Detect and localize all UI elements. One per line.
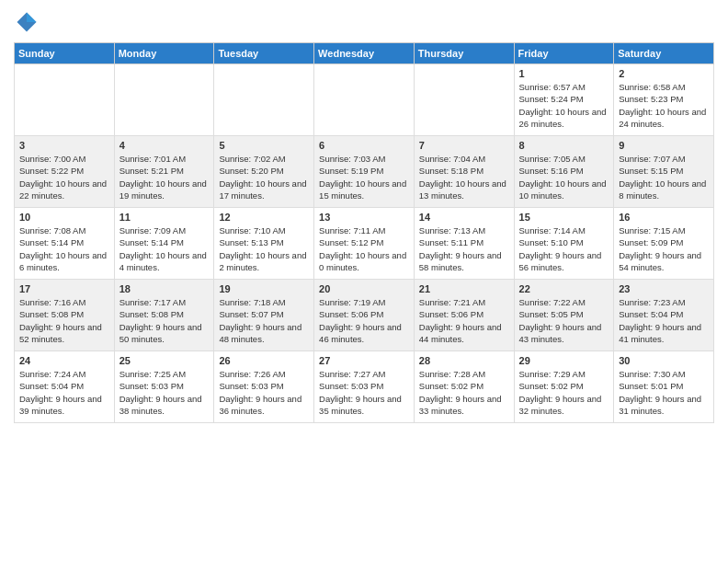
calendar-cell: 24Sunrise: 7:24 AM Sunset: 5:04 PM Dayli… — [15, 351, 115, 423]
calendar-week-3: 10Sunrise: 7:08 AM Sunset: 5:14 PM Dayli… — [15, 208, 714, 280]
calendar-week-5: 24Sunrise: 7:24 AM Sunset: 5:04 PM Dayli… — [15, 351, 714, 423]
calendar-cell: 28Sunrise: 7:28 AM Sunset: 5:02 PM Dayli… — [414, 351, 514, 423]
calendar-cell — [414, 64, 514, 136]
calendar-cell: 21Sunrise: 7:21 AM Sunset: 5:06 PM Dayli… — [414, 280, 514, 351]
svg-marker-1 — [27, 13, 37, 23]
calendar-cell: 11Sunrise: 7:09 AM Sunset: 5:14 PM Dayli… — [114, 208, 214, 280]
day-info: Sunrise: 7:18 AM Sunset: 5:07 PM Dayligh… — [219, 296, 309, 345]
weekday-header-saturday: Saturday — [614, 43, 714, 64]
day-number: 25 — [119, 355, 210, 366]
day-number: 24 — [19, 355, 109, 366]
day-number: 22 — [519, 283, 609, 294]
calendar-cell: 26Sunrise: 7:26 AM Sunset: 5:03 PM Dayli… — [214, 351, 314, 423]
weekday-header-tuesday: Tuesday — [214, 43, 314, 64]
day-info: Sunrise: 7:21 AM Sunset: 5:06 PM Dayligh… — [419, 296, 509, 345]
calendar-table: SundayMondayTuesdayWednesdayThursdayFrid… — [14, 42, 714, 423]
day-number: 12 — [219, 212, 309, 223]
day-number: 17 — [19, 283, 109, 294]
day-info: Sunrise: 7:27 AM Sunset: 5:03 PM Dayligh… — [319, 368, 409, 417]
day-info: Sunrise: 7:10 AM Sunset: 5:13 PM Dayligh… — [219, 224, 309, 273]
day-number: 7 — [419, 140, 509, 151]
calendar-cell: 25Sunrise: 7:25 AM Sunset: 5:03 PM Dayli… — [114, 351, 214, 423]
calendar-cell — [114, 64, 214, 136]
day-info: Sunrise: 7:25 AM Sunset: 5:03 PM Dayligh… — [119, 368, 210, 417]
day-info: Sunrise: 7:26 AM Sunset: 5:03 PM Dayligh… — [219, 368, 309, 417]
calendar-week-2: 3Sunrise: 7:00 AM Sunset: 5:22 PM Daylig… — [15, 136, 714, 208]
weekday-header-thursday: Thursday — [414, 43, 514, 64]
day-number: 13 — [319, 212, 409, 223]
calendar-cell: 2Sunrise: 6:58 AM Sunset: 5:23 PM Daylig… — [614, 64, 714, 136]
day-info: Sunrise: 7:29 AM Sunset: 5:02 PM Dayligh… — [519, 368, 609, 417]
day-info: Sunrise: 7:17 AM Sunset: 5:08 PM Dayligh… — [119, 296, 210, 345]
calendar-cell: 8Sunrise: 7:05 AM Sunset: 5:16 PM Daylig… — [514, 136, 614, 208]
day-number: 9 — [619, 140, 709, 151]
header — [14, 9, 714, 35]
day-number: 4 — [119, 140, 210, 151]
calendar-cell: 18Sunrise: 7:17 AM Sunset: 5:08 PM Dayli… — [114, 280, 214, 351]
day-info: Sunrise: 6:57 AM Sunset: 5:24 PM Dayligh… — [519, 81, 609, 130]
calendar-cell: 15Sunrise: 7:14 AM Sunset: 5:10 PM Dayli… — [514, 208, 614, 280]
day-number: 28 — [419, 355, 509, 366]
day-info: Sunrise: 7:04 AM Sunset: 5:18 PM Dayligh… — [419, 153, 509, 201]
day-info: Sunrise: 7:14 AM Sunset: 5:10 PM Dayligh… — [519, 224, 609, 273]
day-number: 11 — [119, 212, 210, 223]
day-number: 16 — [619, 212, 709, 223]
day-number: 5 — [219, 140, 309, 151]
day-info: Sunrise: 7:22 AM Sunset: 5:05 PM Dayligh… — [519, 296, 609, 345]
day-number: 1 — [519, 68, 609, 79]
calendar-cell — [214, 64, 314, 136]
day-number: 26 — [219, 355, 309, 366]
calendar-cell: 30Sunrise: 7:30 AM Sunset: 5:01 PM Dayli… — [614, 351, 714, 423]
day-info: Sunrise: 7:05 AM Sunset: 5:16 PM Dayligh… — [519, 153, 609, 201]
day-info: Sunrise: 7:16 AM Sunset: 5:08 PM Dayligh… — [19, 296, 109, 345]
day-info: Sunrise: 7:09 AM Sunset: 5:14 PM Dayligh… — [119, 224, 210, 273]
calendar-cell: 19Sunrise: 7:18 AM Sunset: 5:07 PM Dayli… — [214, 280, 314, 351]
logo — [14, 9, 43, 35]
calendar-cell: 4Sunrise: 7:01 AM Sunset: 5:21 PM Daylig… — [114, 136, 214, 208]
day-number: 2 — [619, 68, 709, 79]
calendar-cell: 7Sunrise: 7:04 AM Sunset: 5:18 PM Daylig… — [414, 136, 514, 208]
day-info: Sunrise: 7:23 AM Sunset: 5:04 PM Dayligh… — [619, 296, 709, 345]
day-number: 19 — [219, 283, 309, 294]
day-info: Sunrise: 7:03 AM Sunset: 5:19 PM Dayligh… — [319, 153, 409, 201]
calendar-cell: 1Sunrise: 6:57 AM Sunset: 5:24 PM Daylig… — [514, 64, 614, 136]
day-info: Sunrise: 7:01 AM Sunset: 5:21 PM Dayligh… — [119, 153, 210, 201]
day-info: Sunrise: 6:58 AM Sunset: 5:23 PM Dayligh… — [619, 81, 709, 130]
calendar-cell: 12Sunrise: 7:10 AM Sunset: 5:13 PM Dayli… — [214, 208, 314, 280]
page: SundayMondayTuesdayWednesdayThursdayFrid… — [0, 0, 728, 563]
day-info: Sunrise: 7:30 AM Sunset: 5:01 PM Dayligh… — [619, 368, 709, 417]
day-number: 30 — [619, 355, 709, 366]
calendar-cell — [15, 64, 115, 136]
day-info: Sunrise: 7:19 AM Sunset: 5:06 PM Dayligh… — [319, 296, 409, 345]
calendar-cell: 16Sunrise: 7:15 AM Sunset: 5:09 PM Dayli… — [614, 208, 714, 280]
calendar-cell: 3Sunrise: 7:00 AM Sunset: 5:22 PM Daylig… — [15, 136, 115, 208]
day-info: Sunrise: 7:00 AM Sunset: 5:22 PM Dayligh… — [19, 153, 109, 201]
day-number: 18 — [119, 283, 210, 294]
calendar-cell: 5Sunrise: 7:02 AM Sunset: 5:20 PM Daylig… — [214, 136, 314, 208]
day-number: 6 — [319, 140, 409, 151]
day-number: 8 — [519, 140, 609, 151]
calendar-week-1: 1Sunrise: 6:57 AM Sunset: 5:24 PM Daylig… — [15, 64, 714, 136]
day-info: Sunrise: 7:13 AM Sunset: 5:11 PM Dayligh… — [419, 224, 509, 273]
calendar-cell: 6Sunrise: 7:03 AM Sunset: 5:19 PM Daylig… — [314, 136, 415, 208]
day-info: Sunrise: 7:11 AM Sunset: 5:12 PM Dayligh… — [319, 224, 409, 273]
day-info: Sunrise: 7:24 AM Sunset: 5:04 PM Dayligh… — [19, 368, 109, 417]
calendar-cell: 27Sunrise: 7:27 AM Sunset: 5:03 PM Dayli… — [314, 351, 415, 423]
day-info: Sunrise: 7:15 AM Sunset: 5:09 PM Dayligh… — [619, 224, 709, 273]
weekday-header-sunday: Sunday — [15, 43, 115, 64]
day-number: 29 — [519, 355, 609, 366]
day-number: 20 — [319, 283, 409, 294]
day-number: 3 — [19, 140, 109, 151]
calendar-cell: 13Sunrise: 7:11 AM Sunset: 5:12 PM Dayli… — [314, 208, 415, 280]
day-info: Sunrise: 7:28 AM Sunset: 5:02 PM Dayligh… — [419, 368, 509, 417]
weekday-header-monday: Monday — [114, 43, 214, 64]
day-info: Sunrise: 7:02 AM Sunset: 5:20 PM Dayligh… — [219, 153, 309, 201]
calendar-cell: 29Sunrise: 7:29 AM Sunset: 5:02 PM Dayli… — [514, 351, 614, 423]
calendar-cell: 22Sunrise: 7:22 AM Sunset: 5:05 PM Dayli… — [514, 280, 614, 351]
calendar-week-4: 17Sunrise: 7:16 AM Sunset: 5:08 PM Dayli… — [15, 280, 714, 351]
calendar-cell: 23Sunrise: 7:23 AM Sunset: 5:04 PM Dayli… — [614, 280, 714, 351]
day-number: 23 — [619, 283, 709, 294]
weekday-header-wednesday: Wednesday — [314, 43, 415, 64]
day-info: Sunrise: 7:08 AM Sunset: 5:14 PM Dayligh… — [19, 224, 109, 273]
calendar-cell: 14Sunrise: 7:13 AM Sunset: 5:11 PM Dayli… — [414, 208, 514, 280]
